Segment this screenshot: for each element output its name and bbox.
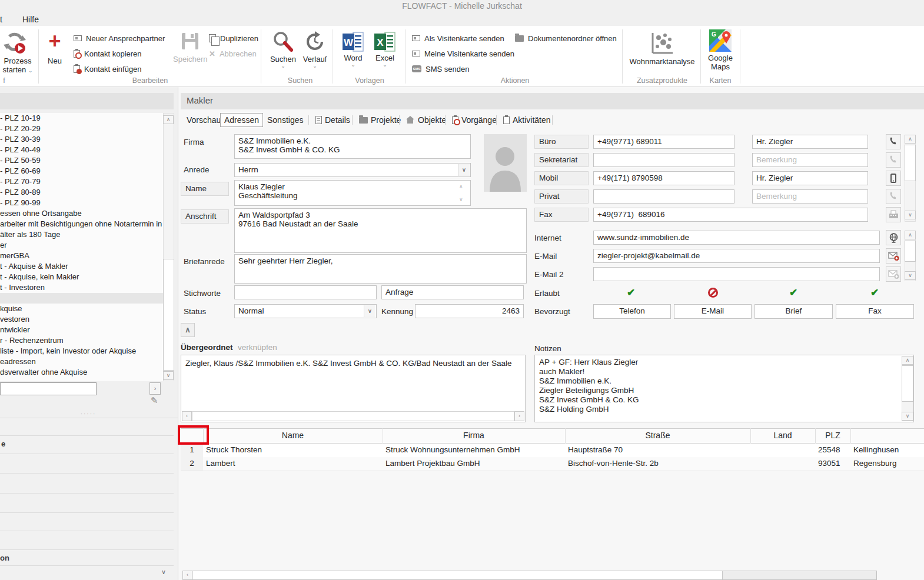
speichern-button[interactable]: Speichern (173, 32, 207, 64)
sidebar-item[interactable]: ntwickler (0, 325, 163, 335)
sekretariat-number-field[interactable] (593, 153, 734, 167)
tab-details[interactable]: Details (312, 113, 354, 127)
table-cell-land[interactable] (750, 444, 815, 457)
neu-button[interactable]: + Neu (42, 31, 67, 65)
bottom-scrollbar[interactable]: ‹ (182, 571, 877, 580)
sidebar-item[interactable]: t - Investoren (0, 282, 163, 293)
anschrift-label-button[interactable]: Anschrift (181, 209, 229, 224)
privat-note-field[interactable]: Bemerkung (752, 189, 868, 204)
hscroll-right-button[interactable]: › (514, 411, 524, 421)
edit-pencil-icon[interactable]: ✎ (147, 395, 161, 408)
sidebar-item[interactable]: arbeiter mit Besichtigungen ohne Notarte… (0, 219, 163, 229)
als-visitenkarte-button[interactable]: Als Visitenkarte senden (412, 33, 504, 44)
table-cell-strasse[interactable]: Bischof-von-Henle-Str. 2b (565, 457, 750, 471)
neuer-ansprechpartner-button[interactable]: Neuer Ansprechpartner (74, 33, 165, 44)
table-cell-firma[interactable]: Lambert Projektbau GmbH (383, 457, 565, 471)
sidebar-item[interactable]: - PLZ 40-49 (0, 145, 163, 155)
send-fax-button[interactable] (886, 207, 901, 222)
table-cell-plz[interactable]: 93051 (815, 457, 850, 471)
kennung-field[interactable]: 2463 (415, 304, 524, 318)
bottom-scroll-left-button[interactable]: ‹ (183, 571, 192, 579)
table-cell-ort[interactable]: Regensburg (850, 457, 924, 471)
splitter-handle[interactable]: ····· (41, 411, 135, 417)
tab-projekte[interactable]: Projekte (355, 113, 404, 127)
sidebar-item[interactable]: - PLZ 10-19 (0, 113, 163, 124)
verlauf-button[interactable]: Verlauf ⌄ (300, 31, 330, 68)
internet-scroll-thumb[interactable] (905, 241, 916, 262)
notizen-value[interactable]: AP + GF: Herr Klaus Ziegler auch Makler!… (539, 358, 639, 414)
sidebar-item[interactable]: essen ohne Ortsangabe (0, 208, 163, 219)
sidebar-item[interactable]: - PLZ 30-39 (0, 134, 163, 145)
call-sekretariat-button[interactable] (886, 152, 901, 168)
internet-field[interactable]: www.sundz-immobilien.de (593, 231, 880, 245)
meine-visitenkarte-button[interactable]: Meine Visitenkarte senden (412, 48, 514, 59)
bevorzugt-brief-button[interactable]: Brief (755, 304, 833, 319)
suchen-button[interactable]: Suchen ⌄ (270, 31, 297, 68)
wohnmarktanalyse-button[interactable]: Wohnmarktanalyse (625, 31, 699, 66)
anschrift-field[interactable]: Am Waldsportpfad 3 97616 Bad Neustadt an… (234, 208, 527, 253)
notizen-scroll-thumb[interactable] (902, 365, 913, 402)
open-website-button[interactable] (886, 230, 901, 245)
google-maps-button[interactable]: G GoogleMaps (704, 29, 737, 71)
excel-button[interactable]: X Excel ⌄ (372, 32, 398, 67)
table-header-plz[interactable]: PLZ (815, 428, 850, 444)
sidebar-item[interactable]: merGBA (0, 251, 163, 261)
allowed-check-telefon-icon[interactable]: ✔ (627, 286, 635, 299)
forbidden-email-icon[interactable] (708, 288, 718, 298)
sidebar-item[interactable]: t - Akquise, kein Makler (0, 272, 163, 282)
uebergeordnet-box[interactable]: Ziegler, Klaus /S&Z Immobilien e.K. S&Z … (181, 355, 526, 422)
name-label-button[interactable]: Name (181, 182, 229, 196)
table-cell-name[interactable]: Struck Thorsten (203, 444, 383, 457)
tab-sonstiges[interactable]: Sonstiges (264, 113, 307, 127)
table-cell-strasse[interactable]: Hauptstraße 70 (565, 444, 750, 457)
prozess-starten-button[interactable] (2, 32, 27, 55)
fax-label-button[interactable]: Fax (534, 208, 589, 222)
table-header-firma[interactable]: Firma (383, 428, 565, 444)
sidebar-scroll-thumb[interactable] (163, 259, 174, 371)
buero-note-field[interactable]: Hr. Ziegler (752, 135, 868, 149)
word-button[interactable]: W Word ⌄ (340, 32, 366, 67)
sidebar-item[interactable]: dsverwalter ohne Akquise (0, 367, 163, 378)
fax-number-field[interactable]: +49(9771) 689016 (593, 208, 868, 222)
notizen-box[interactable]: AP + GF: Herr Klaus Ziegler auch Makler!… (534, 355, 914, 422)
sidebar-item[interactable]: - PLZ 20-29 (0, 124, 163, 134)
collapse-section-button[interactable]: ∧ (181, 323, 195, 337)
sidebar-item[interactable]: älter als 180 Tage (0, 229, 163, 240)
menu-item-hilfe[interactable]: Hilfe (22, 15, 39, 24)
mobil-number-field[interactable]: +49(171) 8790598 (593, 171, 734, 185)
email2-field[interactable] (593, 267, 880, 281)
allowed-check-fax-icon[interactable]: ✔ (870, 286, 879, 299)
bottom-scroll-thumb[interactable] (193, 571, 723, 579)
mobil-label-button[interactable]: Mobil (534, 171, 589, 185)
send-email-button[interactable] (886, 248, 901, 264)
bevorzugt-email-button[interactable]: E-Mail (674, 304, 752, 319)
internet-scroll-up-button[interactable]: ∧ (905, 231, 916, 239)
mobil-note-field[interactable]: Hr. Ziegler (752, 171, 868, 185)
anrede-select[interactable]: Herrn ∨ (234, 163, 471, 177)
allowed-check-brief-icon[interactable]: ✔ (789, 286, 797, 299)
dokumentenordner-button[interactable]: Dokumentenordner öffnen (515, 33, 617, 44)
tab-objekte[interactable]: Objekte (403, 113, 450, 127)
tab-adressen[interactable]: Adressen (220, 113, 263, 127)
sidebar-item[interactable]: kquise (0, 304, 163, 314)
call-privat-button[interactable] (886, 189, 901, 204)
sms-senden-button[interactable]: SMS SMS senden (412, 64, 469, 74)
dropdown-arrow-icon[interactable]: ∨ (458, 164, 470, 176)
send-email2-button[interactable] (886, 266, 901, 282)
uebergeordnet-value[interactable]: Ziegler, Klaus /S&Z Immobilien e.K. S&Z … (185, 359, 512, 368)
notizen-scroll-up-button[interactable]: ∧ (902, 356, 913, 365)
table-cell-firma[interactable]: Struck Wohnungsunternehmen GmbH (383, 444, 565, 457)
table-cell-land[interactable] (750, 457, 815, 471)
call-buero-button[interactable] (886, 134, 901, 149)
briefanrede-field[interactable]: Sehr geehrter Herr Ziegler, (234, 254, 527, 284)
sidebar-item[interactable]: r - Rechenzentrum (0, 335, 163, 346)
buero-label-button[interactable]: Büro (534, 135, 589, 149)
sidebar-item[interactable]: vestoren (0, 314, 163, 325)
contact-scroll-thumb[interactable] (905, 145, 916, 181)
sidebar-item[interactable]: t - Akquise & Makler (0, 261, 163, 272)
table-cell-plz[interactable]: 25548 (815, 444, 850, 457)
sidebar-item[interactable]: - PLZ 70-79 (0, 176, 163, 187)
sidebar-filter-input[interactable] (0, 382, 97, 395)
kontakt-einfuegen-button[interactable]: Kontakt einfügen (74, 64, 142, 74)
hscroll-track[interactable] (192, 411, 514, 421)
